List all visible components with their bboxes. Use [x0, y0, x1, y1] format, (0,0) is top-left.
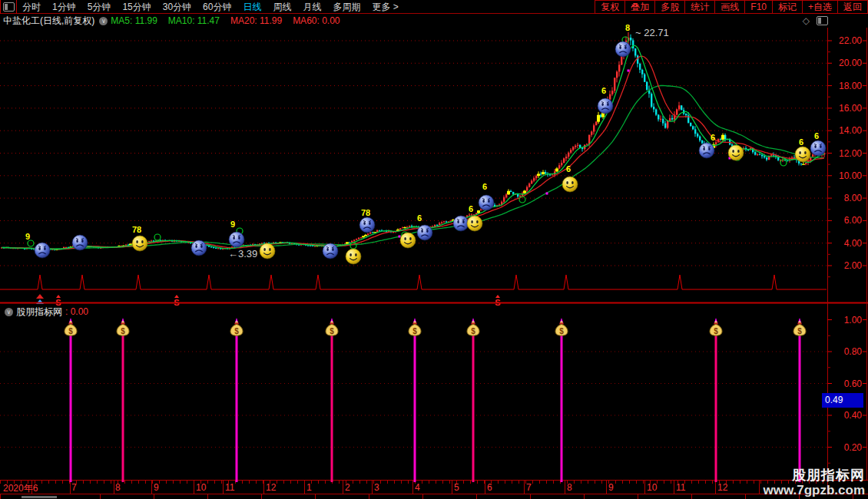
svg-text:6: 6	[799, 137, 803, 147]
svg-text:~ 22.71: ~ 22.71	[635, 27, 669, 38]
watermark: 股朋指标网 www.7gpzb.com	[763, 468, 865, 498]
indicator-name: 股朋指标网	[16, 306, 62, 319]
svg-text:78: 78	[361, 208, 370, 217]
svg-text:22.00: 22.00	[839, 35, 862, 46]
money-bag-icon	[467, 321, 479, 336]
money-bag-icon	[793, 321, 806, 336]
svg-text:8: 8	[625, 23, 630, 32]
svg-text:6: 6	[482, 182, 487, 191]
money-bag-icon	[65, 321, 77, 336]
svg-text:0.20: 0.20	[844, 442, 863, 453]
watermark-site-name: 股朋指标网	[763, 468, 865, 483]
svg-text:0.60: 0.60	[844, 378, 863, 389]
sad-face-icon	[598, 98, 613, 114]
svg-text:6: 6	[417, 213, 422, 223]
happy-face-icon	[400, 233, 416, 248]
signal-glyphs	[28, 37, 787, 249]
sad-face-icon	[699, 143, 714, 158]
svg-text:9: 9	[25, 232, 30, 241]
emoji-markers: 978978666668666	[25, 23, 826, 264]
happy-face-icon	[260, 243, 275, 259]
money-bag-icon	[710, 321, 722, 336]
money-bag-icon	[230, 321, 243, 336]
svg-text:6.00: 6.00	[844, 215, 863, 226]
money-bag-icon	[555, 321, 568, 336]
sad-face-icon	[323, 243, 338, 259]
svg-text:6: 6	[469, 204, 473, 213]
sad-face-icon	[810, 140, 826, 156]
money-bag-icon	[409, 321, 421, 336]
svg-text:12.00: 12.00	[839, 148, 862, 159]
sad-face-icon	[453, 216, 469, 231]
happy-face-icon	[467, 216, 482, 231]
frame-lines	[0, 28, 868, 494]
sad-face-icon	[72, 235, 88, 250]
watermark-url: www.7gpzb.com	[763, 483, 865, 498]
happy-face-icon	[728, 145, 744, 160]
collapse-indicator-icon[interactable]: ∨	[5, 308, 13, 316]
svg-text:0.40: 0.40	[844, 410, 863, 421]
sad-face-icon	[229, 232, 244, 247]
indicator-title-row: ∨ 股朋指标网 : 0.00	[0, 306, 88, 317]
happy-face-icon	[562, 177, 578, 192]
happy-face-icon	[132, 236, 147, 251]
svg-text:14.00: 14.00	[839, 125, 862, 136]
svg-text:0.80: 0.80	[844, 346, 863, 357]
svg-text:10.00: 10.00	[839, 170, 862, 181]
sad-face-icon	[191, 240, 207, 256]
indicator-bars	[65, 318, 806, 482]
svg-text:2.00: 2.00	[844, 260, 863, 271]
indicator-value: : 0.00	[65, 306, 88, 317]
svg-text:78: 78	[132, 225, 141, 234]
money-bag-icon	[117, 321, 129, 336]
svg-text:8.00: 8.00	[844, 193, 863, 203]
sad-face-icon	[479, 195, 494, 210]
sad-face-icon	[359, 217, 375, 233]
happy-face-icon	[346, 249, 361, 264]
svg-text:6: 6	[711, 133, 715, 142]
candlestick-chart-canvas[interactable]: $978978666668666~ 22.71←3.39SSS22.0020.0…	[0, 0, 868, 499]
svg-text:6: 6	[566, 164, 571, 173]
svg-text:6: 6	[601, 86, 606, 95]
svg-text:1.00: 1.00	[844, 315, 863, 326]
svg-text:18.00: 18.00	[839, 81, 862, 91]
money-bag-icon	[326, 321, 338, 336]
sad-face-icon	[615, 41, 631, 57]
sad-face-icon	[417, 225, 432, 240]
svg-text:←3.39: ←3.39	[228, 248, 257, 259]
candlesticks	[1, 32, 825, 251]
current-value-badge: 0.49	[822, 393, 863, 408]
svg-text:20.00: 20.00	[839, 58, 862, 68]
svg-text:6: 6	[814, 131, 819, 140]
svg-text:16.00: 16.00	[839, 103, 862, 114]
axis-text: 22.0020.0018.0016.0014.0012.0010.008.006…	[839, 35, 862, 453]
sad-face-icon	[35, 243, 50, 258]
svg-text:4.00: 4.00	[844, 238, 863, 249]
happy-face-icon	[795, 147, 810, 162]
svg-text:9: 9	[230, 220, 235, 229]
